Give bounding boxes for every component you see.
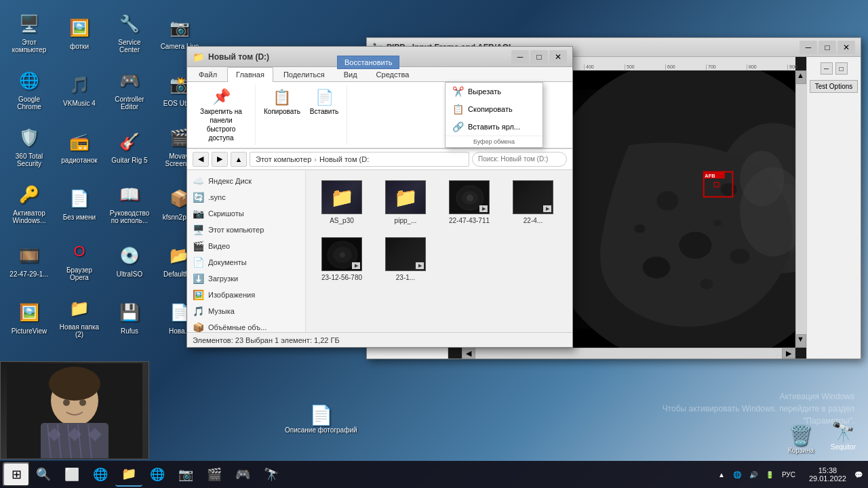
path-root[interactable]: Этот компьютер [256, 155, 311, 163]
desktop-icon-activator[interactable]: 🔑 Активатор Windows... [5, 176, 53, 230]
up-button[interactable]: ▲ [231, 152, 247, 167]
bez-imeni-icon: 📄 [67, 186, 92, 211]
tray-notifications[interactable]: 💬 [852, 470, 865, 480]
path-drive[interactable]: Новый том (D: [319, 155, 369, 163]
scroll-up-button[interactable]: ▲ [796, 70, 806, 84]
taskbar-clock[interactable]: 15:38 29.01.2022 [804, 466, 852, 483]
taskbar-pipp[interactable]: 🔭 [258, 462, 285, 487]
tray-network[interactable]: 🌐 [730, 470, 744, 480]
start-button[interactable]: ⊞ [3, 462, 30, 487]
desktop-icon-chrome[interactable]: 🌐 Google Chrome [5, 62, 53, 117]
desktop-icon-service-center[interactable]: 🔧 Service Center [106, 5, 153, 60]
sync-label: .sync [208, 193, 226, 201]
desktop-icon-guitar[interactable]: 🎸 Guitar Rig 5 [106, 119, 153, 174]
scroll-down-button[interactable]: ▼ [796, 334, 806, 348]
taskbar-task-view[interactable]: ⬜ [58, 462, 85, 487]
desktop-icon-description[interactable]: 📄 Описание фотографий [285, 404, 357, 434]
back-button[interactable]: ◀ [193, 152, 209, 167]
desktop-icon-22-47[interactable]: 🎞️ 22-47-29-1... [5, 233, 53, 287]
taskbar-media[interactable]: 🎬 [201, 462, 228, 487]
desktop-icon-ultraiso[interactable]: 💿 UltraISO [106, 233, 153, 287]
menu-vyrezat[interactable]: ✂️ Вырезать [446, 83, 542, 100]
tab-sredstva[interactable]: Средства [368, 67, 418, 81]
file-item-as-p30[interactable]: 📁 AS_p30 [311, 176, 372, 230]
zakrepit-button[interactable]: 📌 Закрепить на панелибыстрого доступа [194, 87, 248, 142]
pipp-minimize-button[interactable]: ─ [800, 41, 817, 54]
taskbar-steam[interactable]: 🎮 [229, 462, 256, 487]
360-label: 360 Total Security [8, 152, 50, 167]
scroll-left-button[interactable]: ◀ [462, 348, 475, 359]
tab-file[interactable]: Файл [190, 67, 226, 81]
taskbar-chrome[interactable]: 🌐 [144, 462, 171, 487]
desktop-icon-opera[interactable]: O Браузер Opera [56, 233, 103, 287]
tab-vid[interactable]: Вид [335, 67, 366, 81]
tray-volume[interactable]: 🔊 [747, 470, 760, 480]
as-p30-label: AS_p30 [330, 217, 354, 224]
file-item-pipp[interactable]: 📁 pipp_... [375, 176, 436, 230]
search-input[interactable] [472, 152, 567, 167]
pipp-minimize-small[interactable]: ─ [821, 62, 833, 75]
explorer-minimize-button[interactable]: ─ [511, 50, 529, 64]
ribbon-tabs-bar: Файл Главная Поделиться Вид Средства [187, 67, 572, 82]
desktop-icon-controller[interactable]: 🎮 Controller Editor [106, 62, 153, 117]
copy-button[interactable]: 📋 Копировать [261, 87, 303, 117]
v-scrollbar[interactable]: ▲ ▼ [795, 70, 806, 348]
chrome-label: Google Chrome [8, 96, 50, 110]
sidebar-item-downloads[interactable]: ⬇️ Загрузки [187, 270, 305, 287]
22-47-label: 22-47-29-1... [9, 270, 48, 278]
sidebar-item-etot-pk[interactable]: 🖥️ Этот компьютер [187, 222, 305, 238]
explorer-maximize-button[interactable]: □ [530, 50, 548, 64]
tray-lang[interactable]: РУС [779, 470, 798, 480]
desktop-icon-bez-imeni[interactable]: 📄 Без имени [56, 176, 103, 230]
scroll-right-button[interactable]: ▶ [782, 348, 795, 359]
tray-arrow[interactable]: ▲ [715, 470, 728, 480]
pipp-close-button[interactable]: ✕ [837, 41, 855, 54]
menu-vstavit-yarl[interactable]: 🔗 Вставить ярл... [446, 118, 542, 136]
sidebar-item-music[interactable]: 🎵 Музыка [187, 303, 305, 319]
file-item-vid2[interactable]: ▶ 22-4... [502, 176, 564, 230]
test-options-button[interactable]: Test Options [810, 80, 858, 93]
h-scrollbar[interactable]: ◀ ▶ [462, 348, 795, 359]
status-bar: Элементов: 23 Выбран 1 элемент: 1,22 ГБ [187, 332, 572, 347]
sidebar-item-video[interactable]: 🎬 Видео [187, 238, 305, 254]
explorer-close-button[interactable]: ✕ [549, 50, 567, 64]
vid1-thumb: ▶ [449, 180, 490, 214]
sidebar-item-3d[interactable]: 📦 Объёмные объ... [187, 319, 305, 332]
vosst-button[interactable]: Восстановить [337, 56, 399, 69]
sidebar-item-sync[interactable]: 🔄 .sync [187, 189, 305, 205]
desktop-icon-radio[interactable]: 📻 радиотанок [56, 119, 103, 174]
pipp-restore-small[interactable]: □ [835, 62, 848, 75]
sidebar-item-yandex-disk[interactable]: ☁️ Яндекс Диск [187, 173, 305, 189]
clock-time: 15:38 [818, 466, 837, 474]
desktop-icon-pictureview[interactable]: 🖼️ PictureView [5, 290, 53, 344]
desktop-icon-this-pc[interactable]: 🖥️ Этот компьютер [5, 5, 53, 60]
desktop: 🖥️ Этот компьютер 🖼️ фотки 🔧 Service Cen… [0, 0, 868, 488]
taskbar-edge[interactable]: 🌐 [87, 462, 114, 487]
sidebar-item-skrinshoty[interactable]: 📷 Скришоты [187, 205, 305, 222]
sidebar-item-images[interactable]: 🖼️ Изображения [187, 287, 305, 303]
desktop-icon-360[interactable]: 🛡️ 360 Total Security [5, 119, 53, 174]
vyrezat-label: Вырезать [468, 87, 501, 96]
tab-glavnaya[interactable]: Главная [227, 67, 273, 82]
tab-podelit[interactable]: Поделиться [275, 67, 334, 81]
file-item-vid3[interactable]: ▶ 23-12-56-780 [311, 232, 372, 287]
svg-point-31 [713, 220, 722, 226]
pipp-maximize-button[interactable]: □ [818, 41, 836, 54]
paste-button[interactable]: 📄 Вставить [307, 87, 341, 117]
tray-battery[interactable]: 🔋 [763, 470, 776, 480]
desktop-icon-ruk[interactable]: 📖 Руководство по исполь... [106, 176, 153, 230]
desktop-icon-novaya-papka[interactable]: 📁 Новая папка (2) [56, 290, 103, 344]
forward-button[interactable]: ▶ [212, 152, 228, 167]
taskbar-camera[interactable]: 📷 [172, 462, 199, 487]
desktop-icon-photos[interactable]: 🖼️ фотки [56, 5, 103, 60]
menu-skopirovat[interactable]: 📋 Скопировать [446, 100, 542, 118]
file-item-vid1[interactable]: ▶ 22-47-43-711 [439, 176, 500, 230]
file-item-vid4[interactable]: ▶ 23-1... [375, 232, 436, 287]
desktop-icon-rufus[interactable]: 💾 Rufus [106, 290, 153, 344]
desktop-icon-korbin[interactable]: 🗑️ Корзина [788, 424, 814, 454]
taskbar-explorer[interactable]: 📁 [115, 462, 142, 487]
taskbar-search[interactable]: 🔍 [30, 462, 57, 487]
desktop-icon-vkmusic[interactable]: 🎵 VKMusic 4 [56, 62, 103, 117]
address-path-box[interactable]: Этот компьютер › Новый том (D: [250, 152, 469, 167]
sidebar-item-docs[interactable]: 📄 Документы [187, 254, 305, 270]
